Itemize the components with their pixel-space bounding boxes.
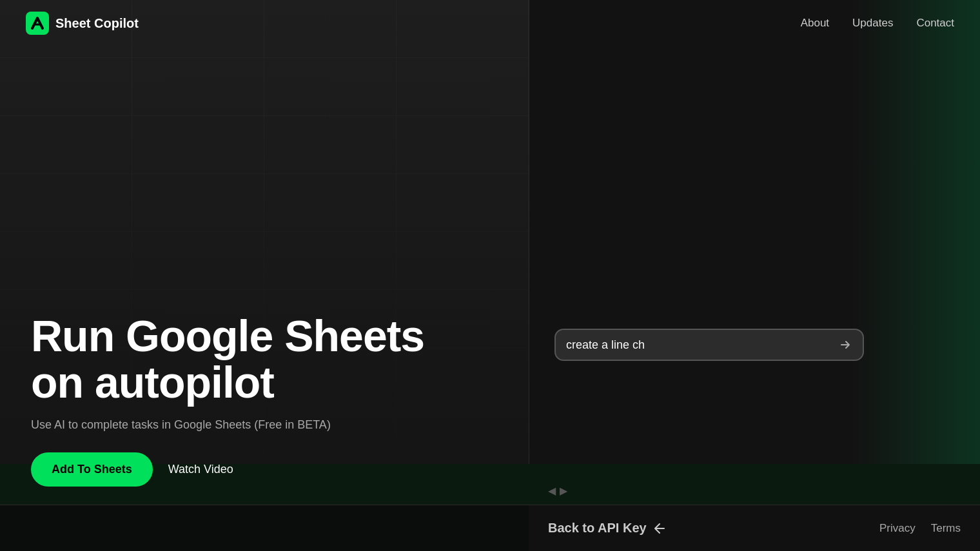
hero-title: Run Google Sheets on autopilot xyxy=(31,313,424,405)
logo-icon xyxy=(26,12,49,35)
footer-links: Privacy Terms xyxy=(879,522,961,535)
terms-link[interactable]: Terms xyxy=(931,522,961,535)
nav-contact[interactable]: Contact xyxy=(916,17,954,30)
hero-title-line1: Run Google Sheets xyxy=(31,311,424,360)
main-nav: About Updates Contact xyxy=(801,17,954,30)
brand-name: Sheet Copilot xyxy=(55,16,139,31)
add-to-sheets-button[interactable]: Add To Sheets xyxy=(31,452,153,487)
watch-video-button[interactable]: Watch Video xyxy=(168,463,233,476)
prompt-input-wrapper xyxy=(554,329,864,361)
scroll-arrows: ◀ ▶ xyxy=(548,485,567,497)
privacy-link[interactable]: Privacy xyxy=(879,522,916,535)
right-panel xyxy=(529,0,980,464)
prompt-input[interactable] xyxy=(566,338,833,352)
prompt-container xyxy=(554,329,864,361)
header: Sheet Copilot About Updates Contact xyxy=(0,0,980,46)
arrow-right-icon xyxy=(838,338,852,352)
scroll-left-icon[interactable]: ◀ xyxy=(548,485,556,497)
right-panel-bottom: Back to API Key Privacy Terms xyxy=(529,505,980,551)
scroll-right-icon[interactable]: ▶ xyxy=(560,485,567,497)
hero-title-line2: on autopilot xyxy=(31,358,274,407)
cta-row: Add To Sheets Watch Video xyxy=(31,452,424,487)
nav-about[interactable]: About xyxy=(801,17,829,30)
right-edge-gradient xyxy=(851,0,980,464)
svg-rect-0 xyxy=(26,12,49,35)
back-api-key-label: Back to API Key xyxy=(548,521,667,536)
back-api-key-text: Back to API Key xyxy=(548,521,647,536)
back-arrow-icon xyxy=(652,521,667,536)
prompt-submit-button[interactable] xyxy=(838,338,852,352)
hero-content: Run Google Sheets on autopilot Use AI to… xyxy=(31,313,424,487)
logo-area: Sheet Copilot xyxy=(26,12,139,35)
scroll-hint: ◀ ▶ xyxy=(529,482,980,499)
hero-subtitle: Use AI to complete tasks in Google Sheet… xyxy=(31,418,424,432)
nav-updates[interactable]: Updates xyxy=(852,17,893,30)
page-footer xyxy=(0,505,529,551)
